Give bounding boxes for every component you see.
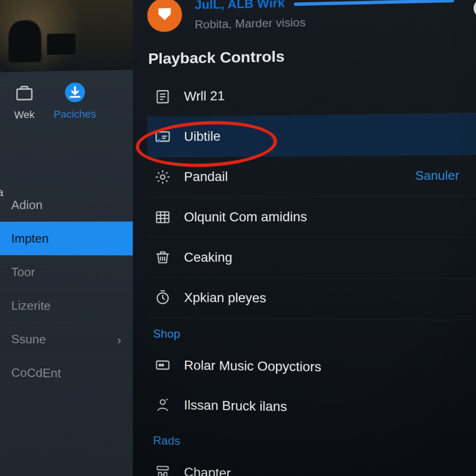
row-label: Ceaking — [184, 250, 464, 265]
quick-item-wek[interactable]: Wek — [13, 82, 36, 121]
row-label: Rolar Music Oopyctiors — [184, 358, 476, 377]
section-title: Playback Controls — [148, 44, 476, 67]
sidebar-item-cocdent[interactable]: CoCdEnt — [0, 356, 133, 391]
sidebar-item-label: Adion — [11, 198, 42, 212]
chevron-right-icon: › — [117, 333, 121, 347]
row-label: Ilssan Bruck ilans — [184, 398, 476, 418]
person-icon — [153, 395, 172, 414]
svg-point-10 — [162, 364, 164, 366]
row-olqunit[interactable]: Olqunit Com amidins ⌄ — [147, 196, 476, 238]
briefcase-icon — [13, 82, 36, 105]
row-ilssan-bruck[interactable]: Ilssan Bruck ilans — [147, 385, 476, 431]
document-icon — [153, 87, 172, 106]
app-badge-icon[interactable] — [147, 0, 182, 33]
svg-point-9 — [159, 364, 161, 366]
sidebar-item-lizerite[interactable]: Lizerite — [0, 289, 133, 323]
main-panel: JulL, ALB Wirk Robita, Marder visios •••… — [133, 0, 476, 476]
row-uibtile[interactable]: Uibtile ⌄ — [147, 113, 476, 157]
more-button[interactable]: ••• — [474, 0, 476, 19]
quick-label: Wek — [14, 109, 34, 121]
row-label: Olqunit Com amidins — [184, 209, 464, 225]
grid-icon — [153, 208, 172, 227]
group-label-shop: Shop — [147, 317, 476, 349]
row-pandail[interactable]: Pandail Sanuler ⌄ — [147, 155, 476, 198]
sidebar-item-adion[interactable]: Adion — [0, 188, 133, 222]
subtitle-icon — [153, 127, 172, 146]
svg-rect-12 — [157, 466, 168, 470]
row-ceaking[interactable]: Ceaking ⌄ — [147, 238, 476, 279]
row-value: Sanuler — [415, 168, 459, 183]
quick-icons: Wek Paciches — [0, 70, 133, 132]
row-label: Wrll 21 — [184, 85, 464, 104]
media-title: JulL, ALB Wirk — [195, 0, 285, 12]
sidebar-item-toor[interactable]: Toor — [0, 255, 133, 289]
svg-point-11 — [160, 400, 165, 404]
svg-point-5 — [160, 175, 165, 179]
row-label: Xpkian pleyes — [184, 291, 464, 307]
card-icon — [153, 356, 172, 375]
sidebar-nav: Adion Impten Toor Lizerite Ssune › CoCdE… — [0, 188, 133, 391]
gear-icon — [153, 167, 172, 186]
sidebar-item-label: Toor — [11, 265, 35, 279]
video-thumbnail[interactable] — [0, 0, 133, 72]
quick-item-paciches[interactable]: Paciches — [53, 81, 96, 121]
timer-icon — [153, 288, 172, 307]
svg-rect-6 — [157, 212, 169, 223]
quick-label: Paciches — [53, 108, 96, 120]
row-label: Uibtile — [184, 126, 464, 144]
row-label: Chapter — [184, 465, 476, 476]
row-rolar-music[interactable]: Rolar Music Oopyctiors — [147, 345, 476, 390]
sidebar-item-ssune[interactable]: Ssune › — [0, 322, 133, 357]
row-wrll[interactable]: Wrll 21 ⌄ — [147, 72, 476, 117]
row-xpkian[interactable]: Xpkian pleyes ⌄ — [147, 278, 476, 320]
media-header: JulL, ALB Wirk Robita, Marder visios ••• — [147, 0, 476, 41]
sidebar-item-label: Lizerite — [11, 298, 51, 313]
download-circle-icon — [63, 81, 86, 104]
row-label: Pandail — [184, 168, 403, 185]
progress-bar[interactable] — [294, 0, 454, 6]
sidebar-item-impten[interactable]: Impten — [0, 222, 133, 256]
trash-icon — [153, 248, 172, 267]
sidebar-item-label: CoCdEnt — [11, 365, 61, 381]
sidebar-item-label: Impten — [11, 231, 49, 246]
svg-rect-0 — [17, 89, 32, 99]
sidebar-item-label: Ssune — [11, 332, 46, 347]
media-subtitle: Robita, Marder visios — [195, 12, 454, 31]
sidebar: Wek Paciches a Adion Impten — [0, 0, 133, 476]
svg-point-4 — [158, 139, 160, 142]
chapters-icon — [153, 462, 172, 476]
edge-label: a — [0, 186, 3, 199]
